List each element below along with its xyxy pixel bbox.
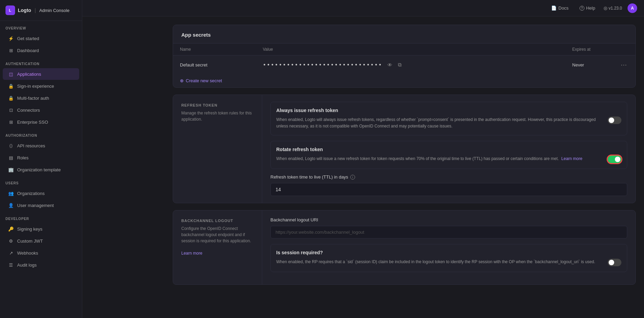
sidebar-item-label-applications: Applications <box>17 72 41 77</box>
uri-label: Backchannel logout URI <box>270 217 627 222</box>
logo-text: Logto <box>18 8 31 13</box>
jwt-icon: ⚙ <box>8 238 14 244</box>
sidebar-item-signing-keys[interactable]: 🔑Signing keys <box>3 223 79 235</box>
ttl-input[interactable] <box>270 183 627 196</box>
ttl-info-icon[interactable]: i <box>350 175 355 180</box>
sidebar-item-label-user-management: User management <box>17 203 54 208</box>
always-issue-slider <box>608 117 621 124</box>
sidebar-item-custom-jwt[interactable]: ⚙Custom JWT <box>3 235 79 247</box>
console-label: Admin Console <box>39 8 70 13</box>
sidebar-section-label-3: USERS <box>0 176 82 187</box>
backchannel-section-title: BACKCHANNEL LOGOUT <box>181 219 254 223</box>
session-toggle[interactable] <box>608 259 621 266</box>
version-text: v1.23.0 <box>609 6 622 11</box>
refresh-token-right: Always issue refresh token When enabled,… <box>262 95 635 203</box>
docs-icon: 📄 <box>551 5 557 11</box>
col-name: Name <box>173 44 256 56</box>
plus-circle-icon: ⊕ <box>180 78 184 83</box>
audit-icon: ☰ <box>8 262 14 268</box>
refresh-section-title: REFRESH TOKEN <box>181 103 254 107</box>
lock-icon: 🔒 <box>8 83 14 89</box>
help-icon: ? <box>580 6 584 11</box>
webhook-icon: ↗ <box>8 250 14 256</box>
eye-icon: 👁 <box>387 62 392 68</box>
sidebar-item-label-org-template: Organization template <box>17 167 61 172</box>
secret-expires: Never <box>572 62 584 68</box>
rotate-token-block: Rotate refresh token When enabled, Logto… <box>270 141 627 169</box>
backchannel-uri-input[interactable] <box>270 226 627 238</box>
key-icon: 🔑 <box>8 226 14 232</box>
ttl-label: Refresh token time to live (TTL) in days… <box>270 174 627 180</box>
lightning-icon: ⚡ <box>8 36 14 41</box>
always-issue-title: Always issue refresh token <box>276 108 621 113</box>
copy-secret-button[interactable]: ⧉ <box>397 60 403 69</box>
sidebar-item-user-management[interactable]: 👤User management <box>3 199 79 211</box>
plugin-icon: ⊡ <box>8 107 14 113</box>
sidebar-item-org-template[interactable]: 🏢Organization template <box>3 164 79 175</box>
sidebar-item-label-sign-in: Sign-in experience <box>17 84 54 89</box>
secrets-table: Name Value Expires at Default secret •••… <box>173 43 635 74</box>
sidebar-item-get-started[interactable]: ⚡Get started <box>3 33 79 44</box>
secrets-header: App secrets <box>173 25 635 43</box>
rotate-title: Rotate refresh token <box>276 147 621 152</box>
version-badge[interactable]: ◎ v1.23.0 <box>604 5 622 11</box>
reveal-secret-button[interactable]: 👁 <box>386 61 394 69</box>
always-issue-toggle[interactable] <box>608 117 621 124</box>
version-icon: ◎ <box>604 5 607 11</box>
secret-expires-cell: Never ⋯ <box>566 56 635 74</box>
backchannel-layout: BACKCHANNEL LOGOUT Configure the OpenID … <box>173 210 635 284</box>
help-button[interactable]: ? Help <box>577 4 598 12</box>
col-value: Value <box>256 44 566 56</box>
secret-more-button[interactable]: ⋯ <box>619 60 629 70</box>
dots-icon: ⋯ <box>621 61 627 69</box>
topbar: 📄 Docs ? Help ◎ v1.23.0 A <box>82 0 644 16</box>
user-avatar[interactable]: A <box>628 3 637 13</box>
sidebar-item-label-connectors: Connectors <box>17 108 40 113</box>
rotate-toggle[interactable] <box>608 156 621 163</box>
sidebar-item-mfa[interactable]: 🔒Multi-factor auth <box>3 92 79 104</box>
sidebar-item-label-webhooks: Webhooks <box>17 250 38 256</box>
docs-button[interactable]: 📄 Docs <box>548 4 571 12</box>
logo-area: L Logto | Admin Console <box>0 0 82 21</box>
refresh-section-desc: Manage the refresh token rules for this … <box>181 110 254 122</box>
sidebar-item-dashboard[interactable]: ⊞Dashboard <box>3 45 79 56</box>
org-icon: 🏢 <box>8 167 14 172</box>
api-icon: ⟨⟩ <box>8 143 14 148</box>
backchannel-section-desc: Configure the OpenID Connect backchannel… <box>181 225 254 256</box>
sidebar-section-label-0: OVERVIEW <box>0 21 82 32</box>
secret-value: •••••••••••••••••••••••••••••• <box>263 62 382 68</box>
secret-value-cell: •••••••••••••••••••••••••••••• 👁 ⧉ <box>256 56 566 74</box>
session-title: Is session required? <box>276 250 621 255</box>
sidebar-item-roles[interactable]: ▤Roles <box>3 152 79 163</box>
secret-row: Default secret •••••••••••••••••••••••••… <box>173 56 635 74</box>
roles-icon: ▤ <box>8 155 14 160</box>
always-issue-desc: When enabled, Logto will always issue re… <box>276 117 602 130</box>
sidebar-item-enterprise-sso[interactable]: ⊞Enterprise SSO <box>3 116 79 128</box>
rotate-learn-more[interactable]: Learn more <box>561 156 582 161</box>
create-secret-link[interactable]: ⊕ Create new secret <box>173 74 635 87</box>
sidebar-item-sign-in[interactable]: 🔒Sign-in experience <box>3 80 79 92</box>
user-mgmt-icon: 👤 <box>8 203 14 208</box>
sidebar-item-audit-logs[interactable]: ☰Audit logs <box>3 259 79 271</box>
backchannel-learn-more[interactable]: Learn more <box>181 251 202 256</box>
sidebar-item-label-dashboard: Dashboard <box>17 48 39 53</box>
sidebar-item-webhooks[interactable]: ↗Webhooks <box>3 247 79 259</box>
sidebar-section-label-2: AUTHORIZATION <box>0 128 82 139</box>
secret-name: Default secret <box>173 56 256 74</box>
sidebar-item-api-resources[interactable]: ⟨⟩API resources <box>3 140 79 151</box>
session-slider <box>608 259 621 266</box>
sidebar-item-label-enterprise-sso: Enterprise SSO <box>17 120 48 125</box>
sidebar-item-label-get-started: Get started <box>17 36 39 41</box>
session-desc: When enabled, the RP requires that a `si… <box>276 259 595 265</box>
sidebar-item-organizations[interactable]: 👥Organizations <box>3 187 79 199</box>
sidebar-item-connectors[interactable]: ⊡Connectors <box>3 104 79 116</box>
lock-icon: 🔒 <box>8 95 14 101</box>
svg-text:L: L <box>9 8 11 12</box>
secret-actions: 👁 ⧉ <box>386 60 403 69</box>
always-issue-block: Always issue refresh token When enabled,… <box>270 102 627 135</box>
sidebar-item-applications[interactable]: ◫Applications <box>3 68 79 80</box>
sidebar: L Logto | Admin Console OVERVIEW⚡Get sta… <box>0 0 82 318</box>
create-secret-label: Create new secret <box>186 78 222 83</box>
session-block: Is session required? When enabled, the R… <box>270 244 627 272</box>
rotate-slider <box>608 156 621 163</box>
